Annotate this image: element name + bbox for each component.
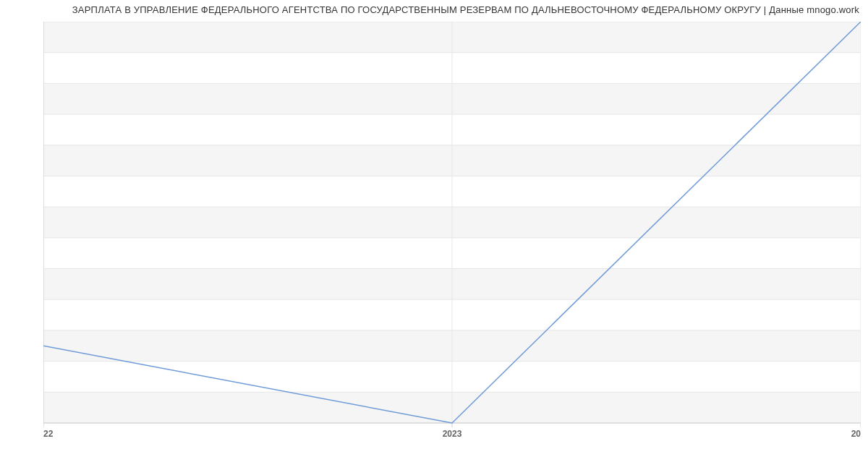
salary-line-chart: ЗАРПЛАТА В УПРАВЛЕНИЕ ФЕДЕРАЛЬНОГО АГЕНТ… — [0, 0, 868, 470]
chart-svg: 4000042000440004600048000500005200054000… — [43, 22, 861, 441]
x-tick-label: 2024 — [851, 429, 861, 439]
x-tick-label: 2022 — [43, 429, 54, 439]
x-axis: 202220232024 — [43, 423, 861, 439]
chart-title: ЗАРПЛАТА В УПРАВЛЕНИЕ ФЕДЕРАЛЬНОГО АГЕНТ… — [72, 4, 859, 15]
x-tick-label: 2023 — [443, 429, 462, 439]
plot-area: 4000042000440004600048000500005200054000… — [43, 22, 861, 441]
